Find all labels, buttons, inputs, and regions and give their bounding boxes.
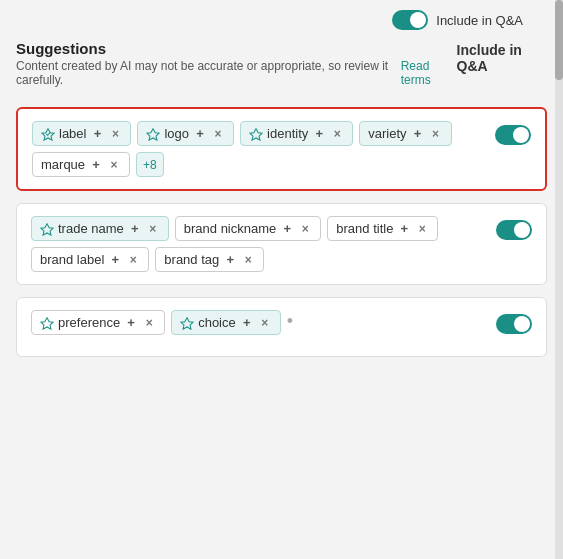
tag-trade-name-text: trade name (58, 221, 124, 236)
tag-marque-plus[interactable]: + (89, 158, 103, 172)
card-2-toggle-thumb (514, 222, 530, 238)
more-badge-1[interactable]: +8 (136, 152, 164, 177)
top-bar: Include in Q&A (0, 0, 563, 40)
tag-brand-nickname-text: brand nickname (184, 221, 277, 236)
top-toggle-track[interactable] (392, 10, 428, 30)
card-3: preference + × choice + × • (16, 297, 547, 357)
tag-variety-plus[interactable]: + (411, 127, 425, 141)
tag-brand-label-text: brand label (40, 252, 104, 267)
card-2: trade name + × brand nickname + × brand … (16, 203, 547, 285)
ai-icon-4 (40, 222, 54, 236)
tag-marque: marque + × (32, 152, 130, 177)
card-3-toggle[interactable] (496, 314, 532, 338)
tag-logo: logo + × (137, 121, 234, 146)
tag-brand-tag-x[interactable]: × (241, 253, 255, 267)
tag-brand-label: brand label + × (31, 247, 149, 272)
tag-brand-nickname: brand nickname + × (175, 216, 322, 241)
tag-marque-text: marque (41, 157, 85, 172)
ai-icon-6 (180, 316, 194, 330)
suggestions-subtitle: Content created by AI may not be accurat… (16, 59, 457, 87)
tag-label: label + × (32, 121, 131, 146)
main-content: Suggestions Content created by AI may no… (0, 40, 563, 385)
tag-label-x[interactable]: × (108, 127, 122, 141)
suggestions-title: Suggestions (16, 40, 457, 57)
partial-indicator: • (287, 310, 293, 335)
tag-trade-name: trade name + × (31, 216, 169, 241)
tag-brand-title: brand title + × (327, 216, 438, 241)
ai-icon-3 (249, 127, 263, 141)
tag-choice-text: choice (198, 315, 236, 330)
tag-identity-x[interactable]: × (330, 127, 344, 141)
card-3-tags: preference + × choice + × • (31, 310, 484, 335)
top-toggle-thumb (410, 12, 426, 28)
tag-identity: identity + × (240, 121, 353, 146)
tag-preference-text: preference (58, 315, 120, 330)
tag-preference-plus[interactable]: + (124, 316, 138, 330)
tag-choice-x[interactable]: × (258, 316, 272, 330)
tag-brand-tag-plus[interactable]: + (223, 253, 237, 267)
tag-variety-x[interactable]: × (429, 127, 443, 141)
card-1-toggle[interactable] (495, 125, 531, 149)
ai-icon-2 (146, 127, 160, 141)
tag-logo-plus[interactable]: + (193, 127, 207, 141)
tag-brand-title-x[interactable]: × (415, 222, 429, 236)
tag-brand-title-plus[interactable]: + (397, 222, 411, 236)
tag-brand-tag: brand tag + × (155, 247, 264, 272)
tag-label-plus[interactable]: + (90, 127, 104, 141)
tag-brand-tag-text: brand tag (164, 252, 219, 267)
suggestions-subtitle-text: Content created by AI may not be accurat… (16, 59, 397, 87)
ai-icon-5 (40, 316, 54, 330)
card-1-tags: label + × logo + × (32, 121, 483, 177)
card-1: label + × logo + × (16, 107, 547, 191)
include-label: Include in Q&A (457, 42, 547, 74)
suggestions-row: Suggestions Content created by AI may no… (16, 40, 547, 95)
tag-brand-label-plus[interactable]: + (108, 253, 122, 267)
tag-logo-text: logo (164, 126, 189, 141)
tag-logo-x[interactable]: × (211, 127, 225, 141)
scrollbar[interactable] (555, 0, 563, 559)
tag-preference: preference + × (31, 310, 165, 335)
tag-trade-name-x[interactable]: × (146, 222, 160, 236)
suggestions-header: Suggestions Content created by AI may no… (16, 40, 457, 87)
top-toggle[interactable] (392, 10, 428, 30)
tag-brand-title-text: brand title (336, 221, 393, 236)
tag-brand-nickname-x[interactable]: × (298, 222, 312, 236)
tag-brand-nickname-plus[interactable]: + (280, 222, 294, 236)
card-2-toggle-track[interactable] (496, 220, 532, 240)
card-3-toggle-thumb (514, 316, 530, 332)
tag-variety-text: variety (368, 126, 406, 141)
tag-trade-name-plus[interactable]: + (128, 222, 142, 236)
tag-variety: variety + × (359, 121, 451, 146)
ai-icon (41, 127, 55, 141)
tag-preference-x[interactable]: × (142, 316, 156, 330)
scrollbar-thumb[interactable] (555, 0, 563, 80)
tag-identity-plus[interactable]: + (312, 127, 326, 141)
card-3-toggle-track[interactable] (496, 314, 532, 334)
tag-brand-label-x[interactable]: × (126, 253, 140, 267)
tag-choice-plus[interactable]: + (240, 316, 254, 330)
card-2-toggle[interactable] (496, 220, 532, 244)
card-2-tags: trade name + × brand nickname + × brand … (31, 216, 484, 272)
read-terms-link[interactable]: Read terms (401, 59, 457, 87)
tag-marque-x[interactable]: × (107, 158, 121, 172)
card-1-toggle-thumb (513, 127, 529, 143)
card-1-toggle-track[interactable] (495, 125, 531, 145)
top-toggle-label: Include in Q&A (436, 13, 523, 28)
tag-identity-text: identity (267, 126, 308, 141)
tag-label-text: label (59, 126, 86, 141)
tag-choice: choice + × (171, 310, 281, 335)
